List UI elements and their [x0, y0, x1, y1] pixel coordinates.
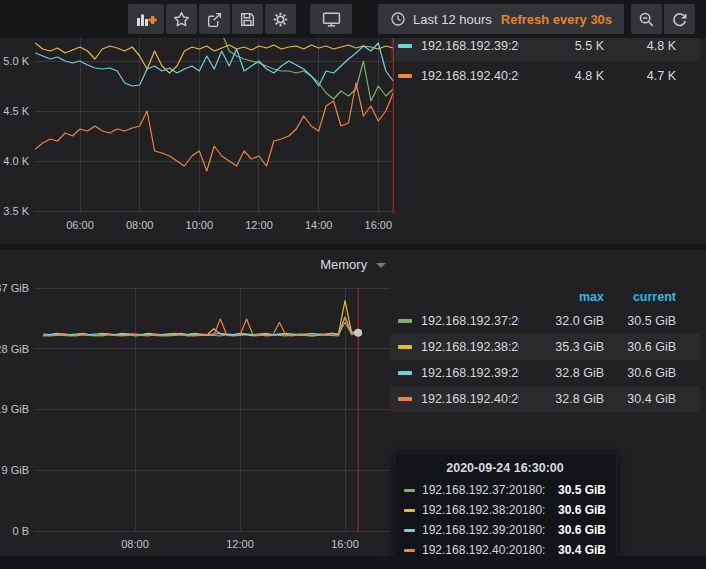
panel-title-text: Memory — [320, 257, 367, 272]
svg-text:08:00: 08:00 — [126, 219, 154, 231]
dashboard-toolbar: Last 12 hours Refresh every 30s — [0, 0, 706, 38]
series-max-value: 32.0 GiB — [519, 314, 604, 328]
chevron-down-icon — [376, 263, 386, 268]
star-icon — [173, 11, 190, 28]
series-swatch — [398, 345, 412, 349]
page-background-strip — [0, 556, 706, 569]
grafana-dashboard: Last 12 hours Refresh every 30s 5.0 K4.5… — [0, 0, 706, 569]
top-graph-panel: 5.0 K4.5 K4.0 K3.5 K06:0008:0010:0012:00… — [0, 38, 706, 244]
tooltip-row: 192.168.192.38:20180: 30.6 GiB — [404, 500, 606, 520]
share-button[interactable] — [199, 4, 230, 34]
series-max-value: 35.3 GiB — [519, 340, 604, 354]
save-button[interactable] — [232, 4, 263, 34]
time-range-label: Last 12 hours — [413, 12, 492, 27]
legend-row[interactable]: 192.168.192.40:20180 4.8 K 4.7 K — [390, 61, 700, 91]
svg-text:37 GiB: 37 GiB — [0, 282, 29, 294]
tooltip-series-name: 192.168.192.37:20180: — [422, 483, 558, 497]
tooltip-series-value: 30.6 GiB — [558, 503, 606, 517]
series-name[interactable]: 192.168.192.40:20180 — [421, 69, 519, 83]
tooltip-row: 192.168.192.39:20180: 30.6 GiB — [404, 520, 606, 540]
series-swatch — [398, 74, 412, 78]
series-swatch — [404, 529, 415, 532]
svg-text:5.0 K: 5.0 K — [3, 55, 29, 67]
refresh-icon — [671, 11, 688, 28]
series-swatch — [404, 549, 415, 552]
svg-text:0 B: 0 B — [12, 525, 29, 537]
series-current-value: 30.6 GiB — [604, 366, 676, 380]
tooltip-row: 192.168.192.37:20180: 30.5 GiB — [404, 480, 606, 500]
cycle-view-button[interactable] — [310, 4, 352, 34]
add-panel-icon — [135, 11, 157, 28]
series-current-value: 30.5 GiB — [604, 314, 676, 328]
svg-text:19 GiB: 19 GiB — [0, 403, 29, 415]
series-current-value: 4.7 K — [604, 69, 676, 83]
time-picker-button[interactable]: Last 12 hours Refresh every 30s — [378, 4, 624, 34]
series-current-value: 30.6 GiB — [604, 340, 676, 354]
series-swatch — [398, 397, 412, 401]
series-name[interactable]: 192.168.192.40:20180 — [421, 392, 519, 406]
svg-text:12:00: 12:00 — [226, 538, 254, 550]
svg-text:06:00: 06:00 — [66, 219, 94, 231]
series-current-value: 30.4 GiB — [604, 392, 676, 406]
legend-header: max current — [390, 286, 700, 308]
monitor-icon — [322, 11, 341, 28]
memory-panel: Memory 37 GiB28 GiB19 GiB9 GiB0 B08:0012… — [0, 250, 706, 556]
zoom-out-icon — [638, 11, 655, 28]
svg-text:9 GiB: 9 GiB — [1, 464, 29, 476]
tooltip-series-name: 192.168.192.40:20180: — [422, 543, 558, 556]
legend-header-current[interactable]: current — [604, 290, 676, 304]
refresh-button[interactable] — [664, 4, 695, 34]
gear-icon — [272, 11, 289, 28]
top-chart[interactable]: 5.0 K4.5 K4.0 K3.5 K06:0008:0010:0012:00… — [0, 38, 412, 244]
hover-tooltip: 2020-09-24 16:30:00 192.168.192.37:20180… — [394, 453, 617, 556]
refresh-interval-label: Refresh every 30s — [501, 12, 612, 27]
legend-header-max[interactable]: max — [519, 290, 604, 304]
series-swatch — [404, 489, 415, 492]
settings-button[interactable] — [265, 4, 296, 34]
series-max-value: 32.8 GiB — [519, 366, 604, 380]
tooltip-series-value: 30.6 GiB — [558, 523, 606, 537]
svg-text:10:00: 10:00 — [186, 219, 214, 231]
svg-text:08:00: 08:00 — [121, 538, 149, 550]
series-current-value: 4.8 K — [604, 39, 676, 53]
series-swatch — [398, 371, 412, 375]
save-icon — [239, 11, 256, 28]
svg-text:4.5 K: 4.5 K — [3, 105, 29, 117]
tooltip-timestamp: 2020-09-24 16:30:00 — [404, 461, 606, 475]
series-name[interactable]: 192.168.192.38:20180 — [421, 340, 519, 354]
share-icon — [206, 11, 223, 28]
add-panel-button[interactable] — [128, 4, 164, 34]
memory-chart[interactable]: 37 GiB28 GiB19 GiB9 GiB0 B08:0012:0016:0… — [0, 282, 412, 556]
tooltip-series-name: 192.168.192.39:20180: — [422, 523, 558, 537]
panel-title-memory[interactable]: Memory — [0, 257, 706, 272]
series-name[interactable]: 192.168.192.39:20180 — [421, 366, 519, 380]
star-button[interactable] — [166, 4, 197, 34]
svg-text:14:00: 14:00 — [305, 219, 333, 231]
tooltip-series-value: 30.5 GiB — [558, 483, 606, 497]
memory-chart-legend: max current 192.168.192.37:20180 32.0 Gi… — [390, 286, 700, 412]
legend-row[interactable]: 192.168.192.37:20180 32.0 GiB 30.5 GiB — [390, 308, 700, 334]
top-chart-legend: 192.168.192.39:20180 5.5 K 4.8 K 192.168… — [390, 38, 700, 91]
svg-text:4.0 K: 4.0 K — [3, 155, 29, 167]
svg-text:16:00: 16:00 — [331, 538, 359, 550]
series-name[interactable]: 192.168.192.37:20180 — [421, 314, 519, 328]
series-swatch — [404, 509, 415, 512]
tooltip-series-value: 30.4 GiB — [558, 543, 606, 556]
zoom-out-button[interactable] — [631, 4, 662, 34]
series-max-value: 4.8 K — [519, 69, 604, 83]
legend-row[interactable]: 192.168.192.38:20180 35.3 GiB 30.6 GiB — [390, 334, 700, 360]
svg-text:28 GiB: 28 GiB — [0, 343, 29, 355]
legend-row[interactable]: 192.168.192.39:20180 5.5 K 4.8 K — [390, 38, 700, 61]
tooltip-row: 192.168.192.40:20180: 30.4 GiB — [404, 540, 606, 556]
svg-text:3.5 K: 3.5 K — [3, 205, 29, 217]
svg-text:16:00: 16:00 — [365, 219, 393, 231]
series-swatch — [398, 44, 412, 48]
series-swatch — [398, 319, 412, 323]
series-max-value: 5.5 K — [519, 39, 604, 53]
legend-row[interactable]: 192.168.192.39:20180 32.8 GiB 30.6 GiB — [390, 360, 700, 386]
series-name[interactable]: 192.168.192.39:20180 — [421, 39, 519, 53]
svg-text:12:00: 12:00 — [245, 219, 273, 231]
legend-row[interactable]: 192.168.192.40:20180 32.8 GiB 30.4 GiB — [390, 386, 700, 412]
clock-icon — [390, 11, 406, 27]
tooltip-series-name: 192.168.192.38:20180: — [422, 503, 558, 517]
